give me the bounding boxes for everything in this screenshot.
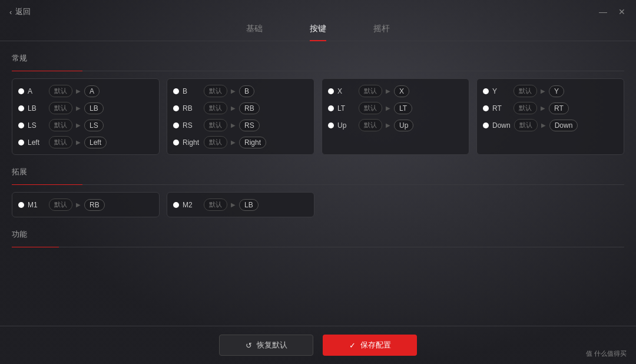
save-button[interactable]: ✓ 保存配置 — [323, 335, 417, 356]
led-m2 — [173, 202, 179, 208]
led-b — [173, 88, 179, 94]
default-rs: 默认 — [204, 119, 227, 131]
value-y: Y — [549, 85, 564, 97]
normal-divider — [12, 71, 624, 71]
arrow-left: ▶ — [76, 139, 81, 145]
mapping-row-x[interactable]: X 默认 ▶ X — [328, 85, 463, 97]
default-x: 默认 — [359, 85, 382, 97]
key-rt: RT — [492, 104, 510, 112]
key-rb: RB — [183, 104, 200, 112]
key-lt: LT — [337, 104, 355, 112]
default-right: 默认 — [204, 136, 227, 148]
close-button[interactable]: ✕ — [617, 7, 627, 16]
value-up: Up — [394, 120, 413, 131]
mapping-row-rt[interactable]: RT 默认 ▶ RT — [483, 102, 618, 114]
key-b: B — [183, 87, 200, 95]
mapping-row-left[interactable]: Left 默认 ▶ Left — [18, 136, 153, 148]
led-m1 — [18, 202, 24, 208]
mapping-card-4: Y 默认 ▶ Y RT 默认 ▶ RT Down 默认 — [476, 78, 624, 155]
mapping-row-m1[interactable]: M1 默认 ▶ RB — [18, 198, 153, 211]
value-ls: LS — [84, 120, 104, 131]
restore-label: 恢复默认 — [257, 340, 287, 350]
led-down — [483, 123, 489, 128]
restore-button[interactable]: ↺ 恢复默认 — [219, 335, 313, 356]
arrow-rb: ▶ — [231, 105, 236, 111]
window-controls: — ✕ — [598, 7, 627, 16]
led-right — [173, 140, 179, 145]
title-bar: ‹ 返回 — ✕ — [0, 0, 636, 24]
arrow-ls: ▶ — [76, 122, 81, 128]
mapping-row-a[interactable]: A 默认 ▶ A — [18, 85, 153, 97]
value-left: Left — [84, 137, 107, 148]
led-x — [328, 88, 334, 94]
key-rs: RS — [183, 121, 200, 130]
mapping-row-b[interactable]: B 默认 ▶ B — [173, 85, 308, 97]
key-y: Y — [492, 87, 510, 95]
bottom-bar: ↺ 恢复默认 ✓ 保存配置 — [0, 326, 636, 364]
mapping-row-lt[interactable]: LT 默认 ▶ LT — [328, 102, 463, 114]
arrow-m1: ▶ — [76, 201, 81, 208]
arrow-right: ▶ — [231, 139, 236, 145]
value-rs: RS — [239, 120, 260, 131]
key-lb: LB — [28, 104, 45, 112]
led-ls — [18, 123, 24, 128]
default-rt: 默认 — [514, 102, 537, 114]
function-divider — [12, 247, 624, 247]
mapping-row-up[interactable]: Up 默认 ▶ Up — [328, 119, 463, 131]
default-y: 默认 — [514, 85, 537, 97]
back-label: 返回 — [15, 6, 31, 17]
default-lt: 默认 — [359, 102, 382, 114]
mapping-row-down[interactable]: Down 默认 ▶ Down — [483, 119, 618, 131]
mapping-row-y[interactable]: Y 默认 ▶ Y — [483, 85, 618, 97]
mapping-card-1: A 默认 ▶ A LB 默认 ▶ LB LS 默认 — [12, 78, 160, 155]
function-section-title: 功能 — [12, 229, 624, 240]
function-section: 功能 — [12, 229, 624, 247]
minimize-button[interactable]: — — [598, 7, 608, 16]
mapping-row-rs[interactable]: RS 默认 ▶ RS — [173, 119, 308, 131]
save-label: 保存配置 — [360, 340, 391, 350]
tab-basic[interactable]: 基础 — [246, 24, 263, 41]
value-rt: RT — [549, 102, 569, 114]
key-m1: M1 — [28, 201, 45, 209]
led-rs — [173, 123, 179, 128]
default-m2: 默认 — [204, 198, 227, 211]
led-lb — [18, 105, 24, 111]
value-rb: RB — [239, 102, 260, 114]
watermark: 值 什么值得买 — [586, 349, 627, 358]
back-icon: ‹ — [9, 8, 12, 16]
led-left — [18, 140, 24, 145]
led-lt — [328, 105, 334, 111]
expand-card-m2: M2 默认 ▶ LB — [167, 192, 314, 217]
normal-section-title: 常规 — [12, 53, 624, 64]
arrow-lt: ▶ — [386, 105, 390, 111]
led-up — [328, 123, 334, 128]
mapping-card-3: X 默认 ▶ X LT 默认 ▶ LT Up 默认 — [322, 78, 469, 155]
key-right: Right — [183, 138, 200, 147]
value-lt: LT — [394, 102, 412, 114]
default-m1: 默认 — [49, 198, 72, 211]
arrow-down: ▶ — [541, 122, 546, 128]
key-x: X — [337, 87, 355, 95]
value-down: Down — [549, 120, 578, 131]
led-a — [18, 88, 24, 94]
led-rb — [173, 105, 179, 111]
expand-section-title: 拓展 — [12, 167, 624, 177]
tab-stick[interactable]: 摇杆 — [373, 24, 390, 41]
default-left: 默认 — [49, 136, 72, 148]
default-up: 默认 — [359, 119, 382, 131]
save-icon: ✓ — [349, 341, 356, 350]
default-ls: 默认 — [49, 119, 72, 131]
back-button[interactable]: ‹ 返回 — [9, 6, 31, 17]
expand-divider — [12, 184, 624, 185]
mapping-row-rb[interactable]: RB 默认 ▶ RB — [173, 102, 308, 114]
mapping-row-m2[interactable]: M2 默认 ▶ LB — [173, 198, 308, 211]
arrow-rt: ▶ — [541, 105, 545, 111]
arrow-lb: ▶ — [76, 105, 81, 111]
mapping-row-ls[interactable]: LS 默认 ▶ LS — [18, 119, 153, 131]
tab-keys[interactable]: 按键 — [310, 24, 326, 41]
value-x: X — [394, 85, 409, 97]
mapping-row-right[interactable]: Right 默认 ▶ Right — [173, 136, 308, 148]
arrow-a: ▶ — [76, 88, 81, 94]
mapping-row-lb[interactable]: LB 默认 ▶ LB — [18, 102, 153, 114]
value-m1: RB — [84, 199, 105, 211]
